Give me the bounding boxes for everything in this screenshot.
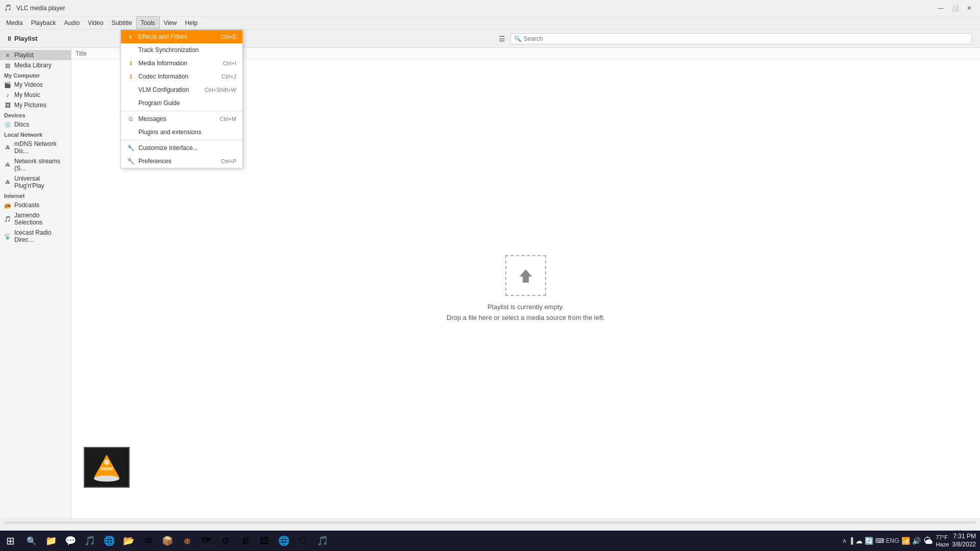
taskbar-search[interactable]: 🔍 [22,532,41,550]
taskbar-bar-icon[interactable]: ▐ [849,537,853,544]
sidebar-item-playlist[interactable]: ≡ Playlist [0,50,71,60]
sidebar-item-my-pictures-label: My Pictures [14,102,46,109]
sidebar-item-my-music-label: My Music [14,91,40,98]
taskbar-settings[interactable]: ⚙ [216,532,235,550]
preferences-label: Preferences [138,158,216,165]
menu-playback[interactable]: Playback [27,16,60,29]
taskbar-volume[interactable]: 🔊 [912,537,921,545]
taskbar: ⊞ 🔍 📁 💬 🎵 🌐 📂 ✉ 📦 ⊕ 🗺 ⚙ 🖥 🖼 🌐 🛡 🎵 ∧ ▐ ☁ … [0,531,980,551]
taskbar-photos[interactable]: 🖼 [255,532,274,550]
tools-dropdown-menu: ⏸ Effects and Filters Ctrl+E Track Synch… [120,30,243,168]
sidebar-item-media-library[interactable]: ▤ Media Library [0,60,71,70]
sidebar-item-network-streams[interactable]: 🖧 Network streams (S... [0,156,71,173]
menu-program-guide[interactable]: Program Guide [121,96,242,110]
taskbar-dropbox[interactable]: 📦 [158,532,177,550]
sidebar-item-discs[interactable]: 💿 Discs [0,119,71,130]
menu-messages[interactable]: ⧉ Messages Ctrl+M [121,112,242,126]
menu-effects-filters[interactable]: ⏸ Effects and Filters Ctrl+E [121,30,242,43]
separator-2 [121,140,242,140]
taskbar-edge[interactable]: 🌐 [100,532,118,550]
discs-icon: 💿 [4,121,11,128]
devices-header: Devices [0,110,71,119]
start-button[interactable]: ⊞ [0,531,20,551]
svg-rect-3 [101,467,113,470]
menu-tools[interactable]: Tools [136,16,160,29]
effects-filters-shortcut: Ctrl+E [220,34,236,40]
playlist-label: Playlist [14,35,38,42]
menu-vlm-config[interactable]: VLM Configuration Ctrl+Shift+W [121,83,242,96]
sidebar-item-podcasts[interactable]: 📻 Podcasts [0,200,71,210]
menu-preferences[interactable]: 🔧 Preferences Ctrl+P [121,155,242,168]
taskbar-wifi[interactable]: 📶 [901,537,910,545]
menu-view[interactable]: View [160,16,181,29]
empty-message: Playlist is currently empty. Drop a file… [447,302,605,323]
separator-1 [121,111,242,111]
maximize-button[interactable]: ⬜ [948,2,962,15]
preferences-shortcut: Ctrl+P [220,158,236,164]
taskbar-chat[interactable]: 💬 [61,532,80,550]
taskbar-cloud[interactable]: ☁ [855,537,863,545]
track-sync-icon [127,46,134,54]
sidebar-item-icecast-label: Icecast Radio Direc... [14,229,67,243]
clock-time: 7:31 PM [952,533,976,541]
title-bar: 🎵 VLC media player — ⬜ ✕ [0,0,980,16]
menu-codec-info[interactable]: ℹ Codec Information Ctrl+J [121,70,242,83]
sidebar-item-my-videos[interactable]: 🎬 My Videos [0,80,71,90]
menu-audio[interactable]: Audio [60,16,84,29]
codec-info-label: Codec Information [138,73,217,80]
menu-track-sync[interactable]: Track Synchronization [121,43,242,57]
taskbar-refresh[interactable]: 🔄 [865,537,873,545]
sidebar-item-upnp[interactable]: 🖧 Universal Plug'n'Play [0,173,71,191]
sidebar-item-my-music[interactable]: ♪ My Music [0,90,71,100]
taskbar-keyboard[interactable]: ⌨ [875,537,884,544]
taskbar-up-arrow[interactable]: ∧ [842,537,847,544]
search-input[interactable] [524,35,968,42]
playlist-icon-btn[interactable]: ☰ [496,33,508,45]
taskbar-file-explorer[interactable]: 📁 [42,532,60,550]
sidebar-item-mdns[interactable]: 🖧 mDNS Network Dis... [0,139,71,156]
taskbar-chrome[interactable]: ⊕ [178,532,196,550]
menu-plugins[interactable]: Plugins and extensions [121,126,242,139]
menu-video[interactable]: Video [84,16,107,29]
sidebar-item-my-videos-label: My Videos [14,81,43,88]
menu-media[interactable]: Media [2,16,27,29]
my-videos-icon: 🎬 [4,81,11,88]
clock: 7:31 PM 3/8/2022 [952,533,976,548]
menu-subtitle[interactable]: Subtitle [108,16,136,29]
messages-label: Messages [138,115,215,122]
plugins-label: Plugins and extensions [138,129,232,136]
media-library-icon: ▤ [4,62,11,69]
taskbar-sys-icons: ∧ ▐ ☁ 🔄 ⌨ ENG 📶 🔊 [842,537,921,545]
effects-filters-label: Effects and Filters [138,33,216,40]
media-info-icon: ℹ [127,60,134,67]
progress-bar[interactable] [4,521,976,524]
title-bar-controls: — ⬜ ✕ [934,2,976,15]
menu-help[interactable]: Help [181,16,202,29]
my-music-icon: ♪ [4,91,11,98]
minimize-button[interactable]: — [934,2,947,15]
taskbar-right: ∧ ▐ ☁ 🔄 ⌨ ENG 📶 🔊 🌥 77°F Haze 7:31 PM 3/… [842,533,980,548]
sidebar-item-my-pictures[interactable]: 🖼 My Pictures [0,100,71,110]
sidebar-item-icecast[interactable]: 📡 Icecast Radio Direc... [0,228,71,245]
taskbar-browser2[interactable]: 🌐 [275,532,293,550]
taskbar-security[interactable]: 🛡 [294,532,312,550]
taskbar-monitor[interactable]: 🖥 [236,532,254,550]
taskbar-mail[interactable]: ✉ [139,532,157,550]
sidebar-item-jamendo[interactable]: 🎵 Jamendo Selections [0,210,71,228]
menu-media-info[interactable]: ℹ Media Information Ctrl+I [121,57,242,70]
drop-zone-icon [505,255,546,296]
messages-icon: ⧉ [127,115,134,122]
svg-point-4 [104,460,109,465]
sidebar-item-discs-label: Discs [14,121,29,128]
taskbar-files[interactable]: 📂 [119,532,138,550]
vlm-icon [127,86,134,93]
close-button[interactable]: ✕ [963,2,976,15]
program-guide-icon [127,99,134,107]
taskbar-vlc[interactable]: 🎵 [313,532,332,550]
menu-customize[interactable]: 🔧 Customize Interface... [121,141,242,155]
customize-label: Customize Interface... [138,144,232,152]
taskbar-maps[interactable]: 🗺 [197,532,215,550]
taskbar-music[interactable]: 🎵 [81,532,99,550]
internet-header: Internet [0,191,71,200]
empty-message-line2: Drop a file here or select a media sourc… [447,313,605,323]
